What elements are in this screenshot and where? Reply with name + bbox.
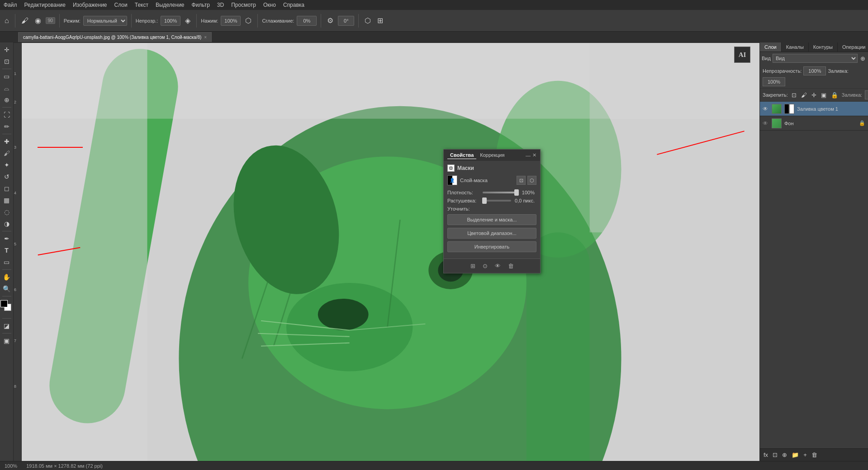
layer-thumbnail-1 [772, 104, 782, 114]
artboard-tool[interactable]: ⊡ [1, 56, 12, 67]
color-range-button[interactable]: Цветовой диапазон... [447, 228, 536, 239]
layer-item-fill[interactable]: 👁 Заливка цветом 1 [760, 102, 868, 116]
crop-tool[interactable]: ⛶ [1, 109, 12, 120]
eyedropper-tool[interactable]: ✏ [1, 121, 12, 132]
tab-paths[interactable]: Контуры [809, 42, 838, 52]
gear-icon[interactable]: ⚙ [325, 15, 335, 26]
feather-row: Растушевка: 0,0 пикс. [447, 198, 536, 203]
layer-filter-icon[interactable]: ⊕ [859, 54, 866, 63]
add-adjustment-btn[interactable]: ⊕ [781, 451, 788, 459]
invert-button[interactable]: Инвертировать [447, 241, 536, 252]
shape-tool[interactable]: ▭ [1, 257, 12, 268]
foreground-color[interactable] [0, 300, 8, 307]
lock-paint-btn[interactable]: 🖌 [800, 91, 808, 99]
opacity-value[interactable] [803, 66, 826, 75]
text-tool[interactable]: T [1, 245, 12, 256]
menu-text[interactable]: Текст [135, 2, 148, 8]
menu-edit[interactable]: Редактирование [24, 2, 66, 8]
layer-visibility-1[interactable]: 👁 [763, 106, 769, 112]
select-mask-button[interactable]: Выделение и маска... [447, 214, 536, 225]
home-button[interactable]: ⌂ [3, 16, 11, 26]
pressure-icon[interactable]: ⬡ [243, 15, 253, 26]
lock-all-btn[interactable]: 🔒 [830, 91, 839, 99]
gradient-tool[interactable]: ▦ [1, 195, 12, 206]
mode-select[interactable]: Нормальный [83, 16, 127, 26]
props-apply-btn[interactable]: ⊞ [469, 262, 477, 270]
props-tab-correction[interactable]: Коррекция [477, 151, 507, 159]
document-tab[interactable]: camylla-battani-AoqgGAqrlpU-unsplash.jpg… [18, 32, 212, 42]
lock-artboard-btn[interactable]: ▣ [820, 91, 827, 99]
brush-tool-left[interactable]: 🖌 [1, 148, 12, 159]
smoothing-input[interactable] [297, 16, 317, 26]
dodge-tool[interactable]: ◑ [1, 218, 12, 229]
props-tab-properties[interactable]: Свойства [447, 151, 476, 159]
quick-select[interactable]: ⊕ [1, 94, 12, 105]
layer-kind-select[interactable]: Вид [773, 54, 858, 63]
feather-slider[interactable] [483, 200, 511, 202]
mask-add-pixel-btn[interactable]: ⊡ [517, 176, 526, 185]
brush-size[interactable]: 90 [46, 17, 55, 24]
delete-layer-btn[interactable]: 🗑 [811, 451, 818, 459]
symmetry-icon[interactable]: ⬡ [363, 15, 373, 26]
menu-layers[interactable]: Слои [114, 2, 128, 8]
layer-mask-row: 👤 Слой-маска ⊡ ⬡ [447, 175, 536, 185]
history-brush[interactable]: ↺ [1, 171, 12, 182]
props-close-btn[interactable]: ✕ [532, 152, 536, 158]
density-thumb[interactable] [514, 189, 519, 196]
canvas-area: 720 740 760 780 800 820 840 860 880 900 … [14, 42, 759, 461]
pressure-input[interactable] [221, 16, 241, 26]
brush-preset[interactable]: ◉ [33, 15, 43, 26]
new-group-btn[interactable]: 📁 [791, 451, 800, 459]
mask-add-vector-btn[interactable]: ⬡ [527, 176, 536, 185]
mask-layer-thumb: 👤 [447, 175, 457, 185]
hand-tool[interactable]: ✋ [1, 272, 12, 282]
stamp-tool[interactable]: ✦ [1, 160, 12, 170]
blur-tool[interactable]: ◌ [1, 207, 12, 217]
screen-mode[interactable]: ▣ [1, 335, 12, 346]
lock-transparency-btn[interactable]: ⊡ [791, 91, 797, 99]
props-view-btn[interactable]: ⊙ [481, 262, 489, 270]
canvas[interactable]: AI [22, 43, 759, 461]
zoom-tool[interactable]: 🔍 [1, 283, 12, 294]
feather-thumb[interactable] [482, 197, 487, 204]
menu-3d[interactable]: 3D [217, 2, 224, 8]
lasso-tool[interactable]: ⌓ [1, 83, 12, 94]
menu-help[interactable]: Справка [283, 2, 304, 8]
lock-position-btn[interactable]: ✛ [811, 91, 817, 99]
density-slider[interactable] [483, 192, 518, 193]
marquee-tool[interactable]: ▭ [1, 71, 12, 82]
menu-window[interactable]: Окно [263, 2, 276, 8]
opacity-icon[interactable]: ◈ [183, 15, 192, 26]
quick-mask[interactable]: ◪ [1, 320, 12, 331]
menu-file[interactable]: Файл [4, 2, 17, 8]
separator2 [59, 14, 60, 28]
opacity-input[interactable] [161, 16, 180, 26]
healing-tool[interactable]: ✚ [1, 136, 12, 147]
props-collapse-btn[interactable]: — [526, 153, 531, 158]
move-tool[interactable]: ✛ [1, 44, 12, 55]
canvas-row: 1 2 3 4 5 6 7 8 [14, 43, 759, 461]
add-mask-btn[interactable]: ⊡ [772, 451, 778, 459]
fill-value-right[interactable] [865, 90, 868, 99]
menu-image[interactable]: Изображение [73, 2, 107, 8]
menu-select[interactable]: Выделение [156, 2, 185, 8]
tab-close-button[interactable]: × [204, 35, 207, 40]
pen-tool[interactable]: ✒ [1, 233, 12, 244]
tab-actions[interactable]: Операции [838, 42, 868, 52]
fill-value[interactable] [763, 77, 785, 86]
layer-item-background[interactable]: 👁 Фон 🔒 [760, 116, 868, 131]
tab-channels[interactable]: Каналы [782, 42, 809, 52]
menu-view[interactable]: Просмотр [231, 2, 256, 8]
brush-tool[interactable]: 🖌 [19, 16, 30, 26]
add-layer-style-btn[interactable]: fx [763, 451, 769, 459]
tab-layers[interactable]: Слои [760, 42, 782, 52]
angle-input[interactable] [338, 16, 354, 26]
props-delete-btn[interactable]: 🗑 [506, 262, 516, 270]
menu-filter[interactable]: Фильтр [192, 2, 210, 8]
density-row: Плотность: 100% [447, 190, 536, 195]
extra-icon[interactable]: ⊞ [375, 15, 385, 26]
props-visibility-btn[interactable]: 👁 [493, 262, 503, 270]
layer-visibility-2[interactable]: 👁 [763, 120, 769, 127]
eraser-tool[interactable]: ◻ [1, 183, 12, 194]
new-layer-btn[interactable]: + [802, 451, 808, 459]
